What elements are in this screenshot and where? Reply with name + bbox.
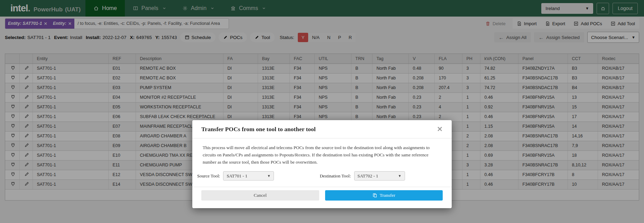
caret-down-icon: ▼ <box>398 174 402 178</box>
modal-form: Source Tool: SAT701 - 1 ▼ Destination To… <box>192 171 452 181</box>
transfer-button[interactable]: Transfer <box>325 190 443 201</box>
source-tool-select[interactable]: SAT701 - 1 ▼ <box>223 171 274 181</box>
destination-tool-value: SAT702 - 1 <box>358 173 378 179</box>
modal-title: Transfer POCs from one tool to another t… <box>201 126 316 133</box>
modal-description: This process will move all electrical an… <box>192 138 452 166</box>
destination-tool-select[interactable]: SAT702 - 1 ▼ <box>354 171 405 181</box>
source-tool-label: Source Tool: <box>197 173 220 179</box>
destination-tool-label: Destination Tool: <box>320 173 351 179</box>
caret-down-icon: ▼ <box>267 174 270 178</box>
source-tool-group: Source Tool: SAT701 - 1 ▼ <box>197 171 274 181</box>
modal-footer: Cancel Transfer <box>192 187 452 208</box>
modal-header: Transfer POCs from one tool to another t… <box>192 120 452 138</box>
source-tool-value: SAT701 - 1 <box>227 173 247 179</box>
transfer-label: Transfer <box>380 193 395 198</box>
cancel-label: Cancel <box>254 193 267 198</box>
transfer-pocs-modal: Transfer POCs from one tool to another t… <box>192 120 452 208</box>
cancel-button[interactable]: Cancel <box>201 190 319 201</box>
close-icon[interactable]: ✕ <box>437 126 443 133</box>
copy-transfer-icon <box>372 193 377 198</box>
destination-tool-group: Destination Tool: SAT702 - 1 ▼ <box>320 171 405 181</box>
